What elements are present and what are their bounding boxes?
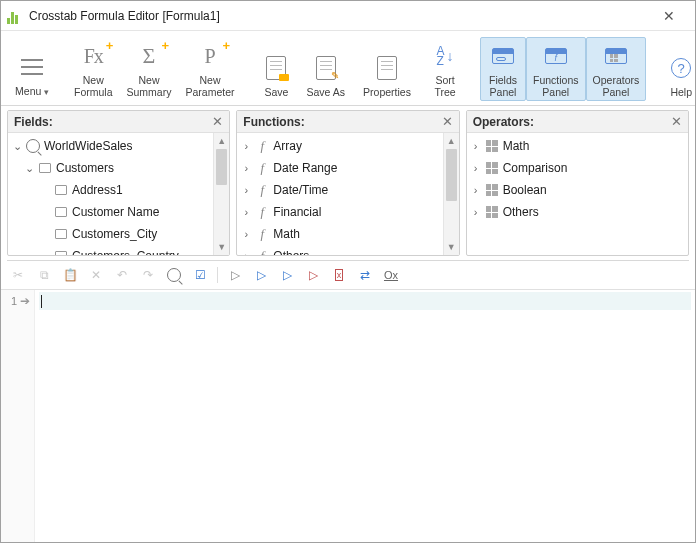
undo-icon: ↶ [117,268,127,282]
flag-x-icon: ▷ [309,268,318,282]
tree-toggle[interactable]: › [471,140,481,152]
tree-toggle[interactable]: › [241,206,251,218]
tree-item-function-group[interactable]: ›fMath [237,223,442,245]
run-button[interactable]: ▷ [226,266,244,284]
delete-icon: ✕ [91,268,101,282]
scrollbar[interactable]: ▲ ▼ [443,133,459,255]
undo-button[interactable]: ↶ [113,266,131,284]
toggle-button[interactable]: ⇄ [356,266,374,284]
cut-button[interactable]: ✂ [9,266,27,284]
new-parameter-button[interactable]: P+ New Parameter [178,37,241,101]
panel-icon: f [545,48,567,64]
operators-tree[interactable]: ›Math ›Comparison ›Boolean ›Others [467,133,688,255]
editor-gutter: 1 ➔ [1,290,35,542]
tree-item-field[interactable]: Address1 [8,179,213,201]
tree-item-operator-group[interactable]: ›Others [467,201,688,223]
sort-icon: AZ↓ [429,40,461,72]
operators-panel: Operators: ✕ ›Math ›Comparison ›Boolean … [466,110,689,256]
tree-toggle[interactable]: › [241,184,251,196]
tree-item-operator-group[interactable]: ›Comparison [467,157,688,179]
window-title: Crosstab Formula Editor [Formula1] [29,9,649,23]
tree-item-function-group[interactable]: ›fOthers [237,245,442,255]
tree-toggle[interactable]: › [241,228,251,240]
arrow-icon: ➔ [20,294,30,308]
fields-tree[interactable]: ⌄ WorldWideSales ⌄ Customers Address1 [8,133,213,255]
scroll-down[interactable]: ▼ [444,239,459,255]
flag-icon: ▷ [283,268,292,282]
save-as-button[interactable]: ✎ Save As [299,49,352,101]
app-icon [7,8,23,24]
bookmark-next-button[interactable]: ▷ [252,266,270,284]
search-icon [26,139,40,153]
code-editor[interactable]: 1 ➔ [1,289,695,542]
tree-item-operator-group[interactable]: ›Boolean [467,179,688,201]
field-icon [54,227,68,241]
redo-icon: ↷ [143,268,153,282]
tree-toggle[interactable]: › [471,162,481,174]
bookmark-clear-button[interactable]: ▷ [304,266,322,284]
delete-button[interactable]: ✕ [87,266,105,284]
scroll-up[interactable]: ▲ [444,133,459,149]
sort-tree-button[interactable]: AZ↓ Sort Tree [422,37,468,101]
redo-button[interactable]: ↷ [139,266,157,284]
operator-icon [485,161,499,175]
tree-item-function-group[interactable]: ›fDate/Time [237,179,442,201]
editor-line[interactable] [39,292,691,310]
operators-panel-close[interactable]: ✕ [671,114,682,129]
copy-button[interactable]: ⧉ [35,266,53,284]
check-button[interactable]: ☑ [191,266,209,284]
scroll-thumb[interactable] [216,149,227,185]
paste-button[interactable]: 📋 [61,266,79,284]
tree-item-root[interactable]: ⌄ WorldWideSales [8,135,213,157]
fields-panel-title: Fields: [14,115,212,129]
operators-panel-title: Operators: [473,115,671,129]
parameter-icon: P [204,45,215,68]
bookmark-prev-button[interactable]: ▷ [278,266,296,284]
find-button[interactable] [165,266,183,284]
tree-item-field[interactable]: Customers_City [8,223,213,245]
tree-toggle[interactable]: › [241,250,251,255]
functions-tree[interactable]: ›fArray ›fDate Range ›fDate/Time ›fFinan… [237,133,442,255]
ox-button[interactable]: Ox [382,266,400,284]
properties-button[interactable]: Properties [364,49,410,101]
new-summary-button[interactable]: Σ+ New Summary [120,37,179,101]
functions-panel-toggle[interactable]: f Functions Panel [526,37,586,101]
tree-item-field[interactable]: Customers_Country [8,245,213,255]
plus-icon: + [222,38,230,53]
tree-toggle[interactable]: ⌄ [24,162,34,175]
operator-icon [485,205,499,219]
editor-content[interactable] [35,290,695,542]
window-close-button[interactable]: ✕ [649,8,689,24]
tree-item-operator-group[interactable]: ›Math [467,135,688,157]
scroll-thumb[interactable] [446,149,457,201]
help-button[interactable]: ? Help [658,49,696,101]
tree-item-customers[interactable]: ⌄ Customers [8,157,213,179]
scroll-down[interactable]: ▼ [214,239,229,255]
tree-toggle[interactable]: › [241,162,251,174]
tree-toggle[interactable]: ⌄ [12,140,22,153]
scroll-up[interactable]: ▲ [214,133,229,149]
panel-icon [492,48,514,64]
app-window: Crosstab Formula Editor [Formula1] ✕ Men… [0,0,696,543]
search-icon [167,268,181,282]
tree-item-function-group[interactable]: ›fArray [237,135,442,157]
clear-x-button[interactable]: x [330,266,348,284]
save-button[interactable]: Save [253,49,299,101]
tree-item-field[interactable]: Customer Name [8,201,213,223]
formula-icon: Fx [84,45,103,68]
new-formula-button[interactable]: Fx+ New Formula [67,37,120,101]
tree-toggle[interactable]: › [241,140,251,152]
fields-panel-close[interactable]: ✕ [212,114,223,129]
panels-row: Fields: ✕ ⌄ WorldWideSales ⌄ Customers [1,106,695,260]
titlebar: Crosstab Formula Editor [Formula1] ✕ [1,1,695,31]
functions-panel-close[interactable]: ✕ [442,114,453,129]
tree-item-function-group[interactable]: ›fDate Range [237,157,442,179]
tree-toggle[interactable]: › [471,206,481,218]
tree-toggle[interactable]: › [471,184,481,196]
operator-icon [485,139,499,153]
menu-button[interactable]: Menu [9,48,55,101]
scrollbar[interactable]: ▲ ▼ [213,133,229,255]
tree-item-function-group[interactable]: ›fFinancial [237,201,442,223]
operators-panel-toggle[interactable]: Operators Panel [586,37,647,101]
fields-panel-toggle[interactable]: Fields Panel [480,37,526,101]
